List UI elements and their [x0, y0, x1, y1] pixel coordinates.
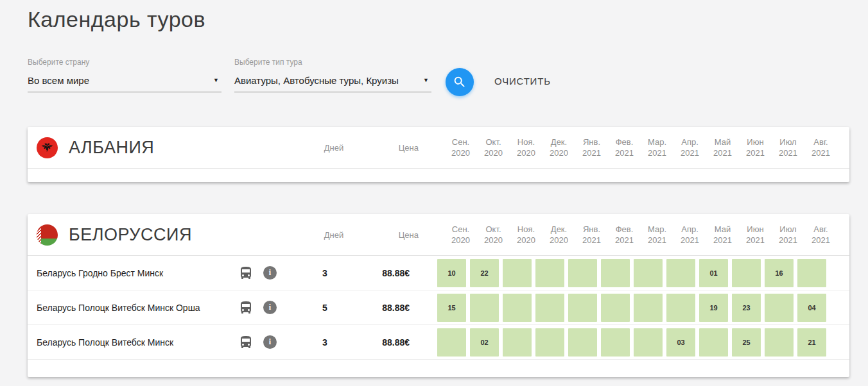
card-body [28, 169, 849, 182]
calendar-date-cell[interactable]: 16 [765, 259, 794, 287]
month-column-header: Май 2021 [708, 137, 737, 158]
calendar-date-cell[interactable]: 19 [699, 294, 728, 322]
month-column-header: Окт. 2020 [479, 224, 508, 246]
month-name: Май [708, 137, 737, 147]
albania-eagle-emblem [40, 141, 54, 155]
calendar-date-cell[interactable]: 15 [437, 294, 466, 322]
month-column-header: Апр. 2021 [675, 224, 704, 246]
tour-type-select[interactable]: Авиатуры, Автобусные туры, Круизы ▼ [234, 75, 431, 92]
page-title: Календарь туров [28, 5, 868, 33]
month-column-header: Окт. 2020 [479, 137, 508, 158]
calendar-date-cell [535, 328, 564, 357]
month-name: Сен. [446, 224, 475, 235]
calendar-date-cell[interactable]: 01 [699, 259, 728, 287]
month-name: Фев. [610, 137, 639, 147]
bus-icon [238, 300, 254, 315]
country-filter-label: Выберите страну [28, 58, 221, 67]
month-year: 2020 [544, 235, 573, 246]
calendar-cells: 15192304 [437, 294, 826, 322]
calendar-date-cell [634, 328, 663, 357]
month-name: Апр. [675, 137, 704, 147]
tour-days: 5 [302, 303, 347, 313]
info-icon[interactable]: i [263, 266, 277, 280]
month-column-header: Янв. 2021 [577, 224, 606, 246]
calendar-date-cell[interactable]: 04 [797, 294, 826, 322]
calendar-cells: 02032521 [437, 328, 826, 357]
calendar-date-cell[interactable]: 23 [732, 294, 761, 322]
country-title-area: АЛБАНИЯ [28, 137, 311, 158]
calendar-date-cell [568, 259, 597, 287]
country-card-header[interactable]: АЛБАНИЯ Дней Цена Сен. 2020 Окт. 2020 Но… [28, 127, 849, 169]
month-year: 2021 [741, 147, 770, 158]
month-year: 2021 [806, 147, 835, 158]
calendar-date-cell[interactable]: 03 [666, 328, 695, 357]
calendar-date-cell [666, 294, 695, 322]
month-name: Дек. [544, 224, 573, 235]
month-year: 2021 [774, 235, 803, 246]
month-name: Июл [774, 137, 803, 147]
months-header: Сен. 2020 Окт. 2020 Ноя. 2020 Дек. 2020 … [446, 224, 835, 246]
filters-bar: Выберите страну Во всем мире ▼ Выберите … [28, 58, 868, 96]
calendar-date-cell [666, 259, 695, 287]
month-name: Ноя. [512, 137, 541, 147]
country-name: АЛБАНИЯ [69, 138, 154, 158]
month-column-header: Мар. 2021 [643, 137, 672, 158]
info-icon[interactable]: i [263, 335, 277, 349]
month-name: Авг. [806, 224, 835, 235]
month-year: 2020 [544, 147, 573, 158]
search-icon [453, 75, 467, 89]
month-name: Апр. [675, 224, 704, 235]
month-column-header: Фев. 2021 [610, 137, 639, 158]
country-card: БЕЛОРУССИЯ Дней Цена Сен. 2020 Окт. 2020… [28, 214, 849, 377]
month-column-header: Апр. 2021 [675, 137, 704, 158]
country-card-header[interactable]: БЕЛОРУССИЯ Дней Цена Сен. 2020 Окт. 2020… [28, 214, 849, 256]
month-name: Мар. [643, 224, 672, 235]
calendar-date-cell[interactable]: 22 [470, 259, 499, 287]
calendar-date-cell[interactable]: 25 [732, 328, 761, 357]
info-icon[interactable]: i [263, 301, 277, 314]
month-year: 2021 [675, 235, 704, 246]
tour-name[interactable]: Беларусь Полоцк Витебск Минск Орша [28, 303, 238, 313]
tour-days: 3 [302, 337, 347, 348]
months-header: Сен. 2020 Окт. 2020 Ноя. 2020 Дек. 2020 … [446, 137, 835, 158]
search-button[interactable] [446, 68, 474, 96]
calendar-date-cell[interactable]: 02 [470, 328, 499, 357]
month-year: 2021 [675, 147, 704, 158]
sections: АЛБАНИЯ Дней Цена Сен. 2020 Окт. 2020 Но… [0, 127, 868, 377]
tour-icons: i [238, 265, 302, 281]
tour-name[interactable]: Беларусь Гродно Брест Минск [28, 268, 238, 278]
calendar-date-cell [765, 294, 794, 322]
month-name: Дек. [544, 137, 573, 147]
month-name: Окт. [479, 224, 508, 235]
month-year: 2020 [512, 235, 541, 246]
month-name: Ноя. [512, 224, 541, 235]
month-year: 2021 [577, 235, 606, 246]
month-name: Мар. [643, 137, 672, 147]
month-column-header: Июн 2021 [741, 137, 770, 158]
month-year: 2020 [446, 147, 475, 158]
days-column-header: Дней [311, 143, 356, 153]
tour-row: Беларусь Полоцк Витебск Минск Орша i 5 8… [28, 290, 849, 325]
month-year: 2021 [708, 235, 737, 246]
calendar-date-cell [535, 294, 564, 322]
month-name: Май [708, 224, 737, 235]
calendar-date-cell [601, 294, 630, 322]
tour-name[interactable]: Беларусь Полоцк Витебск Минск [28, 337, 238, 348]
country-name: БЕЛОРУССИЯ [69, 225, 192, 245]
month-column-header: Янв. 2021 [577, 137, 606, 158]
tour-row: Беларусь Полоцк Витебск Минск i 3 88.88€… [28, 325, 849, 360]
clear-button[interactable]: ОЧИСТИТЬ [494, 76, 551, 87]
month-column-header: Июл 2021 [774, 224, 803, 246]
calendar-date-cell[interactable]: 10 [437, 259, 466, 287]
calendar-date-cell [765, 328, 794, 357]
calendar-date-cell[interactable]: 21 [797, 328, 826, 357]
month-column-header: Дек. 2020 [544, 224, 573, 246]
calendar-date-cell [470, 294, 499, 322]
country-select[interactable]: Во всем мире ▼ [28, 75, 221, 92]
month-column-header: Фев. 2021 [610, 224, 639, 246]
tour-price: 88.88€ [347, 268, 410, 278]
tour-icons: i [238, 335, 302, 350]
country-select-value: Во всем мире [28, 75, 89, 86]
country-card: АЛБАНИЯ Дней Цена Сен. 2020 Окт. 2020 Но… [28, 127, 849, 182]
month-column-header: Июл 2021 [774, 137, 803, 158]
